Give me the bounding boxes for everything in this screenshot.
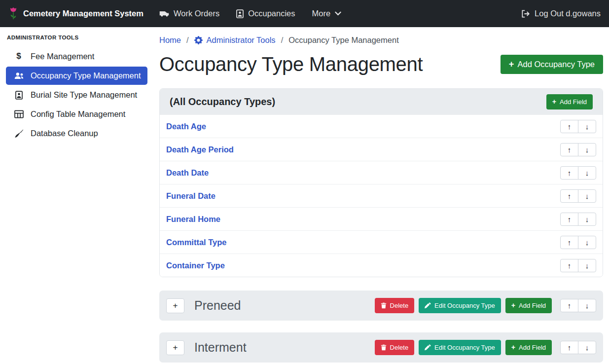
add-field-button[interactable]: + Add Field: [505, 298, 552, 313]
brand-title: Cemetery Management System: [23, 9, 143, 18]
move-up-button[interactable]: ↑: [560, 189, 578, 203]
sidebar-item-burial-site-type-management[interactable]: Burial Site Type Management: [6, 86, 147, 104]
main-content: Home / Administrator Tools / Occupancy T…: [153, 27, 609, 364]
dollar-icon: $: [13, 51, 24, 61]
field-row: Funeral Date ↑ ↓: [160, 184, 603, 207]
reorder-buttons: ↑ ↓: [560, 299, 596, 312]
plus-icon: +: [509, 60, 514, 68]
field-link[interactable]: Committal Type: [166, 238, 227, 247]
button-label: Edit Occupancy Type: [434, 344, 495, 351]
section-actions: Delete Edit Occupancy Type + Add Field ↑…: [375, 340, 596, 355]
title-row: Occupancy Type Management + Add Occupanc…: [159, 53, 603, 75]
nav-label: Work Orders: [174, 9, 219, 18]
reorder-buttons: ↑ ↓: [560, 120, 596, 133]
gear-icon: [194, 36, 203, 44]
section-interment: + Interment Delete Edit Occupancy Type +: [159, 332, 603, 363]
field-link[interactable]: Funeral Home: [166, 215, 220, 224]
add-occupancy-type-button[interactable]: + Add Occupancy Type: [501, 55, 603, 74]
field-link[interactable]: Death Date: [166, 168, 209, 178]
reorder-buttons: ↑ ↓: [560, 236, 596, 249]
expand-button[interactable]: +: [166, 340, 184, 355]
portrait-icon: [13, 91, 24, 100]
section-title: Preneed: [194, 298, 241, 313]
field-link[interactable]: Funeral Date: [166, 191, 215, 201]
nav-item-occupancies[interactable]: Occupancies: [236, 9, 295, 18]
brand-link[interactable]: Cemetery Management System: [8, 7, 143, 20]
field-row: Committal Type ↑ ↓: [160, 230, 603, 254]
edit-occupancy-type-button[interactable]: Edit Occupancy Type: [419, 340, 501, 355]
field-link[interactable]: Death Age Period: [166, 145, 234, 154]
all-occupancy-types-card: (All Occupancy Types) + Add Field Death …: [159, 88, 603, 277]
expand-button[interactable]: +: [166, 298, 184, 313]
reorder-buttons: ↑ ↓: [560, 189, 596, 203]
button-label: Add Field: [560, 98, 587, 106]
sidebar-item-label: Config Table Management: [31, 109, 125, 119]
add-field-button[interactable]: + Add Field: [546, 94, 593, 109]
reorder-buttons: ↑ ↓: [560, 166, 596, 180]
section-preneed: + Preneed Delete Edit Occupancy Type +: [159, 291, 603, 321]
breadcrumb-separator: /: [186, 35, 189, 45]
move-up-button[interactable]: ↑: [560, 143, 578, 156]
move-down-button[interactable]: ↓: [578, 143, 596, 156]
sidebar-item-occupancy-type-management[interactable]: Occupancy Type Management: [6, 67, 147, 85]
truck-icon: [159, 10, 169, 17]
edit-occupancy-type-button[interactable]: Edit Occupancy Type: [419, 298, 501, 313]
button-label: Add Occupancy Type: [517, 60, 595, 69]
navbar-links: Work Orders Occupancies More: [159, 9, 341, 18]
breadcrumb-admin-tools-link[interactable]: Administrator Tools: [194, 35, 276, 45]
move-up-button[interactable]: ↑: [560, 166, 578, 180]
move-down-button[interactable]: ↓: [578, 213, 596, 226]
sidebar-item-fee-management[interactable]: $ Fee Management: [6, 47, 147, 66]
pencil-icon: [425, 344, 431, 351]
field-link[interactable]: Container Type: [166, 261, 225, 270]
sidebar-item-config-table-management[interactable]: Config Table Management: [6, 105, 147, 123]
plus-icon: +: [511, 302, 515, 309]
reorder-buttons: ↑ ↓: [560, 143, 596, 156]
plus-icon: +: [511, 344, 515, 351]
move-up-button[interactable]: ↑: [560, 259, 578, 272]
top-navbar: Cemetery Management System Work Orders O…: [0, 0, 609, 27]
button-label: Delete: [390, 302, 409, 309]
move-down-button[interactable]: ↓: [578, 189, 596, 203]
move-up-button[interactable]: ↑: [560, 120, 578, 133]
trash-icon: [381, 302, 387, 309]
move-down-button[interactable]: ↓: [578, 120, 596, 133]
section-title: Interment: [194, 340, 247, 355]
field-row: Container Type ↑ ↓: [160, 254, 603, 277]
logout-link[interactable]: Log Out d.gowans: [521, 9, 601, 18]
add-field-button[interactable]: + Add Field: [505, 340, 552, 355]
trash-icon: [381, 344, 387, 351]
nav-item-more[interactable]: More: [312, 9, 342, 18]
reorder-buttons: ↑ ↓: [560, 341, 596, 354]
button-label: Add Field: [519, 344, 546, 351]
pencil-icon: [425, 302, 431, 309]
delete-button[interactable]: Delete: [375, 340, 415, 355]
move-up-button[interactable]: ↑: [560, 299, 578, 312]
table-icon: [13, 110, 24, 118]
move-down-button[interactable]: ↓: [578, 299, 596, 312]
chevron-down-icon: [335, 11, 341, 16]
plus-icon: +: [552, 99, 556, 105]
delete-button[interactable]: Delete: [375, 298, 415, 313]
move-down-button[interactable]: ↓: [578, 236, 596, 249]
move-down-button[interactable]: ↓: [578, 259, 596, 272]
sidebar: ADMINISTRATOR TOOLS $ Fee Management Occ…: [0, 27, 153, 364]
card-header: (All Occupancy Types) + Add Field: [160, 89, 603, 114]
breadcrumb-home-link[interactable]: Home: [159, 35, 181, 45]
move-up-button[interactable]: ↑: [560, 236, 578, 249]
button-label: Add Field: [519, 302, 546, 309]
users-icon: [13, 72, 24, 79]
nav-item-work-orders[interactable]: Work Orders: [159, 9, 219, 18]
sidebar-item-label: Database Cleanup: [31, 129, 98, 138]
button-label: Delete: [390, 344, 409, 351]
sidebar-item-label: Burial Site Type Management: [31, 90, 137, 100]
sidebar-item-database-cleanup[interactable]: Database Cleanup: [6, 124, 147, 143]
move-down-button[interactable]: ↓: [578, 341, 596, 354]
sidebar-heading: ADMINISTRATOR TOOLS: [7, 35, 147, 40]
move-up-button[interactable]: ↑: [560, 213, 578, 226]
move-up-button[interactable]: ↑: [560, 341, 578, 354]
field-link[interactable]: Death Age: [166, 122, 206, 131]
move-down-button[interactable]: ↓: [578, 166, 596, 180]
field-row: Death Age Period ↑ ↓: [160, 138, 603, 161]
logout-label: Log Out d.gowans: [535, 9, 601, 18]
